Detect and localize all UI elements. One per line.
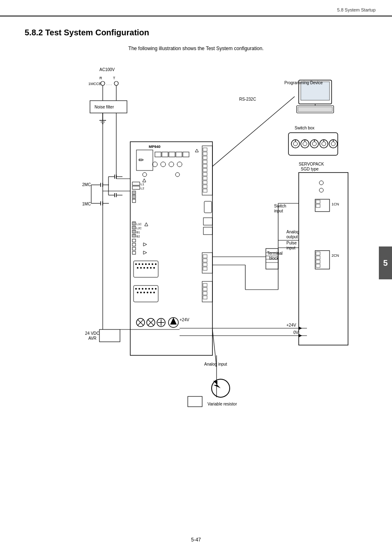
svg-rect-135 [203,296,207,299]
svg-point-128 [147,292,148,293]
svg-point-59 [133,192,135,193]
svg-rect-42 [155,152,161,157]
svg-text:+24V: +24V [180,318,189,322]
svg-text:RS-232C: RS-232C [239,97,256,101]
svg-point-83 [133,226,135,228]
svg-point-176 [319,181,323,185]
svg-rect-45 [176,152,182,157]
svg-text:output: output [286,235,298,239]
svg-text:Variable resistor: Variable resistor [208,402,237,406]
svg-point-103 [148,263,150,265]
svg-marker-63 [143,179,146,182]
svg-rect-115 [203,263,207,266]
svg-text:. . .: . . . [106,82,112,86]
svg-text:B1: B1 [136,231,140,234]
svg-rect-76 [204,201,212,213]
svg-point-127 [143,292,145,293]
svg-rect-186 [316,260,320,263]
svg-rect-93 [132,243,136,246]
svg-rect-175 [299,173,348,345]
svg-rect-60 [132,195,136,198]
svg-text:2CN: 2CN [332,253,339,258]
svg-text:1MCCB: 1MCCB [88,82,101,86]
svg-point-120 [142,288,143,290]
svg-point-171 [331,142,335,146]
svg-text:2MC: 2MC [82,182,91,187]
svg-rect-62 [132,199,136,203]
svg-point-110 [150,267,152,269]
svg-text:L2: L2 [141,187,144,190]
svg-rect-116 [203,267,207,270]
svg-rect-72 [203,177,207,180]
svg-text:L1C: L1C [136,223,142,226]
svg-marker-91 [145,223,148,226]
svg-point-125 [137,292,138,293]
svg-rect-132 [203,283,207,287]
svg-rect-187 [316,264,320,267]
svg-rect-71 [203,173,207,176]
svg-point-101 [142,263,143,265]
svg-rect-184 [316,252,320,255]
svg-point-106 [137,267,138,269]
svg-rect-73 [203,181,207,184]
section-subtitle: The following illustration shows the Tes… [25,46,367,51]
svg-rect-55 [132,186,140,189]
svg-point-52 [143,173,147,177]
svg-text:Switch box: Switch box [295,126,314,130]
main-content: 5.8.2 Test System Configuration The foll… [0,20,392,438]
svg-rect-78 [203,227,212,235]
svg-rect-65 [203,148,207,151]
svg-text:0V: 0V [293,330,299,335]
svg-rect-75 [203,189,207,192]
svg-point-107 [140,267,142,269]
svg-rect-212 [188,396,202,407]
svg-point-123 [152,288,153,290]
svg-text:L2C: L2C [136,227,142,230]
section-title: 5.8.2 Test System Configuration [25,28,367,37]
svg-rect-113 [203,255,207,258]
svg-marker-97 [143,251,147,254]
svg-text:SERVOPACK: SERVOPACK [299,162,324,166]
svg-point-130 [153,292,155,293]
svg-point-5 [114,81,118,85]
svg-rect-179 [315,199,330,212]
svg-point-86 [133,230,135,232]
svg-rect-157 [288,133,338,155]
svg-text:L1: L1 [141,182,144,186]
svg-rect-43 [162,152,168,157]
svg-point-122 [148,288,150,290]
svg-marker-146 [170,318,177,325]
diagram-svg: AC100V R T 1MCCB . . . Noise filter [28,60,364,429]
svg-rect-183 [315,251,330,269]
page-header: 5.8 System Startup [0,0,392,16]
svg-point-61 [133,196,135,198]
svg-rect-95 [132,247,136,250]
svg-rect-70 [203,168,207,172]
svg-point-118 [135,288,137,290]
svg-rect-74 [203,185,207,188]
svg-text:T: T [113,76,115,80]
svg-point-105 [155,263,157,265]
svg-point-121 [145,288,147,290]
svg-text:Analog: Analog [286,230,299,234]
svg-text:block: block [269,256,279,260]
svg-rect-181 [316,204,320,207]
svg-text:1CN: 1CN [332,202,339,206]
svg-rect-134 [203,292,207,295]
svg-rect-64 [202,146,212,195]
svg-text:Programming Device: Programming Device [284,81,323,85]
svg-rect-67 [203,156,207,159]
svg-point-49 [161,162,166,167]
svg-rect-66 [203,152,207,155]
svg-point-51 [177,162,182,167]
svg-point-104 [152,263,153,265]
svg-point-48 [152,162,157,167]
svg-rect-46 [183,152,189,157]
svg-line-214 [212,329,217,367]
svg-text:AVR: AVR [88,336,97,341]
svg-rect-92 [132,239,136,242]
svg-marker-210 [213,381,221,388]
svg-point-102 [145,263,147,265]
svg-point-100 [138,263,140,265]
header-text: 5.8 System Startup [337,7,376,12]
